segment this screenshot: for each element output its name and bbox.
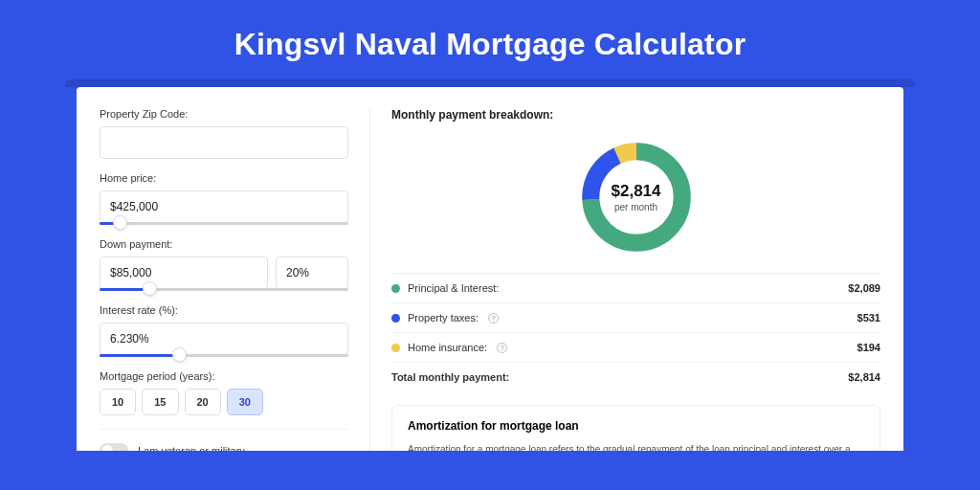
form-column: Property Zip Code: Home price: Down paym… [100,108,348,451]
slider-fill [100,354,179,357]
breakdown-row: Home insurance:?$194 [391,332,880,362]
down-payment-amount-input[interactable] [100,256,268,289]
donut-center: $2,814 per month [576,137,697,257]
period-field: Mortgage period (years): 10152030 [100,370,348,415]
down-payment-pct-input[interactable] [276,256,348,289]
legend-dot [391,344,400,352]
home-price-field: Home price: [100,172,348,225]
down-payment-field: Down payment: [100,238,348,291]
donut-amount: $2,814 [612,182,661,201]
period-btn-15[interactable]: 15 [142,389,178,415]
amortization-block: Amortization for mortgage loan Amortizat… [391,405,880,451]
period-btn-30[interactable]: 30 [227,389,263,415]
total-value: $2,814 [848,371,880,383]
period-buttons: 10152030 [100,389,348,415]
info-icon[interactable]: ? [488,313,499,323]
breakdown-value: $194 [858,342,880,353]
amortization-text: Amortization for a mortgage loan refers … [408,442,864,451]
down-payment-label: Down payment: [100,238,348,250]
slider-thumb[interactable] [113,215,127,230]
breakdown-label: Property taxes: [408,312,479,323]
calculator-card: Property Zip Code: Home price: Down paym… [77,87,903,451]
amortization-title: Amortization for mortgage loan [408,419,864,433]
page-title: Kingsvl Naval Mortgage Calculator [0,0,980,79]
donut-sub: per month [614,202,657,212]
home-price-label: Home price: [100,172,348,184]
breakdown-column: Monthly payment breakdown: $2,814 per mo… [369,108,880,451]
breakdown-heading: Monthly payment breakdown: [391,108,880,122]
legend-dot [391,284,400,293]
zip-field: Property Zip Code: [100,108,348,159]
zip-label: Property Zip Code: [100,108,348,120]
breakdown-value: $531 [858,312,880,323]
toggle-knob [101,445,113,451]
breakdown-value: $2,089 [848,282,880,294]
breakdown-label: Principal & Interest: [408,282,499,294]
veteran-row: I am veteran or military [100,429,348,451]
legend-dot [391,314,400,323]
zip-input[interactable] [100,126,348,159]
down-payment-slider[interactable] [100,288,348,291]
interest-rate-slider[interactable] [100,354,348,357]
period-btn-10[interactable]: 10 [100,389,136,415]
veteran-label: I am veteran or military [138,445,245,451]
total-label: Total monthly payment: [391,371,509,383]
breakdown-label: Home insurance: [408,342,487,353]
home-price-slider[interactable] [100,222,348,225]
card-shadow-strip [65,79,915,87]
interest-rate-input[interactable] [100,323,348,355]
donut-chart: $2,814 per month [576,137,697,257]
slider-thumb[interactable] [143,281,157,296]
home-price-input[interactable] [100,190,348,223]
breakdown-rows: Principal & Interest:$2,089Property taxe… [391,273,880,362]
info-icon[interactable]: ? [497,343,507,353]
veteran-toggle[interactable] [100,443,128,451]
slider-thumb[interactable] [172,347,187,362]
breakdown-row: Property taxes:?$531 [391,302,880,332]
interest-rate-label: Interest rate (%): [100,304,348,316]
period-label: Mortgage period (years): [100,370,348,382]
total-row: Total monthly payment: $2,814 [391,362,880,391]
donut-chart-wrap: $2,814 per month [391,131,880,273]
period-btn-20[interactable]: 20 [185,389,221,415]
breakdown-row: Principal & Interest:$2,089 [391,273,880,302]
interest-rate-field: Interest rate (%): [100,304,348,357]
